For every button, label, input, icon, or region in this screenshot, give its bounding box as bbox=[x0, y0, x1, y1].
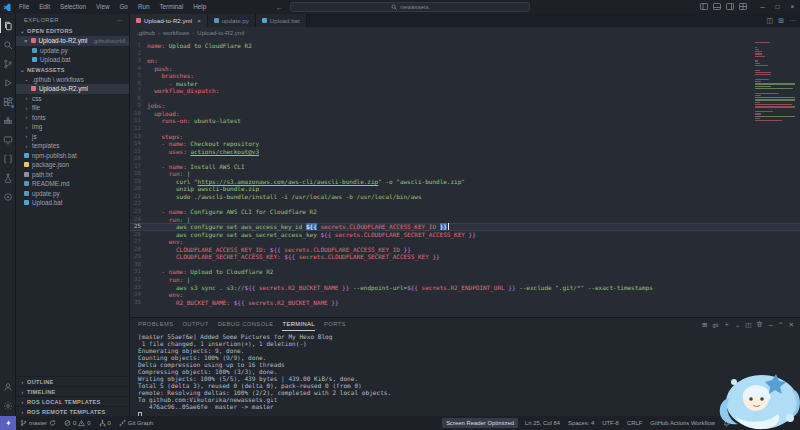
menu-help[interactable]: Help bbox=[188, 0, 211, 14]
tab-update-py[interactable]: update.py bbox=[208, 14, 256, 27]
split-terminal-icon[interactable]: ◫ bbox=[745, 321, 751, 329]
screen-reader-item[interactable]: Screen Reader Optimized bbox=[442, 418, 518, 428]
more-actions-icon[interactable]: ⋯ bbox=[789, 17, 796, 25]
tree-item-js[interactable]: ›js bbox=[16, 132, 129, 142]
git-shell-icon[interactable]: git bbox=[713, 322, 719, 328]
toggle-panel-icon[interactable] bbox=[713, 3, 721, 11]
breadcrumb-upload-to-r2-yml[interactable]: Upload-to-R2.yml bbox=[197, 30, 244, 36]
language-mode[interactable]: GitHub Actions Workflow bbox=[646, 416, 719, 430]
panel-tab-debug-console[interactable]: DEBUG CONSOLE bbox=[218, 318, 274, 331]
tree-item-npm-publish-bat[interactable]: npm-publish.bat bbox=[16, 151, 129, 161]
toggle-secondary-sidebar-icon[interactable] bbox=[726, 3, 734, 11]
fork-item[interactable]: 0 bbox=[95, 416, 115, 430]
menu-terminal[interactable]: Terminal bbox=[154, 0, 188, 14]
tree-item-upload-bat[interactable]: Upload.bat bbox=[16, 198, 129, 208]
problems-item[interactable]: 00 bbox=[60, 416, 95, 430]
new-terminal-icon[interactable]: ＋ bbox=[723, 320, 730, 329]
toggle-layout-icon[interactable]: ⊞ bbox=[778, 17, 784, 25]
code-line-24: 24 run: | bbox=[130, 216, 800, 224]
ros-icon[interactable] bbox=[0, 189, 16, 204]
encoding[interactable]: UTF-8 bbox=[598, 416, 623, 430]
tree-item-img[interactable]: ›img bbox=[16, 122, 129, 132]
close-panel-icon[interactable]: ✕ bbox=[789, 321, 794, 329]
brackets-icon[interactable] bbox=[0, 151, 16, 166]
open-editor-item[interactable]: ×Upload-to-R2.yml.github\workfl... bbox=[16, 36, 129, 46]
panel-tab-terminal[interactable]: TERMINAL bbox=[282, 318, 315, 331]
line-number: 13 bbox=[130, 133, 147, 141]
close-button[interactable]: × bbox=[785, 0, 800, 14]
minimize-button[interactable]: ─ bbox=[755, 0, 770, 14]
source-control-icon[interactable] bbox=[0, 56, 16, 71]
tree-item-css[interactable]: ›css bbox=[16, 94, 129, 104]
open-editor-item[interactable]: update.py bbox=[16, 46, 129, 56]
command-center-search[interactable]: newassets bbox=[290, 2, 530, 12]
section-ros-local-templates[interactable]: ›ROS LOCAL TEMPLATES bbox=[16, 396, 129, 406]
close-tab-icon[interactable]: × bbox=[197, 18, 201, 24]
menu-go[interactable]: Go bbox=[114, 0, 132, 14]
tree-item-path-txt[interactable]: path.txt bbox=[16, 170, 129, 180]
kill-terminal-icon[interactable] bbox=[756, 320, 763, 329]
panel-tab-ports[interactable]: PORTS bbox=[324, 318, 346, 331]
eol[interactable]: CRLF bbox=[623, 416, 646, 430]
panel-tab-output[interactable]: OUTPUT bbox=[182, 318, 208, 331]
section-outline[interactable]: ›OUTLINE bbox=[16, 376, 129, 386]
menu-run[interactable]: Run bbox=[133, 0, 155, 14]
explorer-more-actions-icon[interactable]: ⋯ bbox=[117, 17, 123, 23]
menu-view[interactable]: View bbox=[91, 0, 115, 14]
explorer-icon[interactable] bbox=[0, 18, 16, 33]
close-editor-icon[interactable]: × bbox=[24, 38, 28, 44]
search-icon[interactable] bbox=[0, 37, 16, 52]
remote-explorer-icon[interactable] bbox=[0, 132, 16, 147]
terminal-output[interactable]: [master 55aef6e] Added Some Pictures for… bbox=[130, 331, 800, 416]
menu-edit[interactable]: Edit bbox=[34, 0, 55, 14]
git-graph-item[interactable]: Git Graph bbox=[115, 416, 158, 430]
branch-item[interactable]: master bbox=[16, 416, 60, 430]
tab-upload-to-r2-yml[interactable]: Upload-to-R2.yml× bbox=[130, 14, 208, 27]
tab-upload-bat[interactable]: Upload.bat bbox=[256, 14, 307, 27]
breadcrumb--github[interactable]: .github bbox=[137, 30, 155, 36]
customize-layout-icon[interactable] bbox=[739, 3, 747, 11]
minimap-line bbox=[755, 53, 762, 54]
open-editors-section[interactable]: ⌄OPEN EDITORS bbox=[16, 26, 129, 36]
test-icon[interactable] bbox=[0, 170, 16, 185]
split-editor-icon[interactable]: ◫ bbox=[767, 17, 774, 25]
tree-item-package-json[interactable]: package.json bbox=[16, 160, 129, 170]
terminal-line: 476ac96..05ae6fe master -> master bbox=[138, 403, 800, 410]
toggle-sidebar-icon[interactable] bbox=[700, 3, 708, 11]
section-timeline[interactable]: ›TIMELINE bbox=[16, 386, 129, 396]
code-text: unzip awscli-bundle.zip bbox=[147, 185, 259, 193]
breadcrumb[interactable]: .github›workflows›Upload-to-R2.yml bbox=[130, 27, 800, 39]
panel-tab-problems[interactable]: PROBLEMS bbox=[138, 318, 173, 331]
terminal-dropdown-icon[interactable]: ⌄ bbox=[735, 321, 740, 329]
tree-item-update-py[interactable]: update.py bbox=[16, 189, 129, 199]
workspace-section[interactable]: ⌄NEWASSETS bbox=[16, 65, 129, 75]
maximize-panel-icon[interactable]: ⌃ bbox=[778, 321, 783, 329]
layout-controls[interactable] bbox=[700, 3, 747, 11]
maximize-button[interactable]: □ bbox=[770, 0, 785, 14]
code-editor[interactable]: 1name: Upload to CloudFlare R223on:4 pus… bbox=[130, 39, 800, 317]
tree-item-file[interactable]: ›file bbox=[16, 103, 129, 113]
menu-file[interactable]: File bbox=[14, 0, 34, 14]
section-ros-remote-templates[interactable]: ›ROS REMOTE TEMPLATES bbox=[16, 406, 129, 416]
cursor-position[interactable]: Ln 25, Col 84 bbox=[521, 416, 564, 430]
account-icon[interactable] bbox=[0, 379, 16, 394]
notifications-bell[interactable] bbox=[719, 416, 734, 430]
open-editor-item[interactable]: Upload.bat bbox=[16, 55, 129, 65]
tree-item--github-workflows[interactable]: ⌄.github \ workflows bbox=[16, 75, 129, 85]
settings-icon[interactable] bbox=[0, 398, 16, 413]
docker-icon[interactable] bbox=[0, 113, 16, 128]
tree-item-fonts[interactable]: ›fonts bbox=[16, 113, 129, 123]
extensions-icon[interactable] bbox=[0, 94, 16, 109]
tree-item-templates[interactable]: ›templates bbox=[16, 141, 129, 151]
breadcrumb-workflows[interactable]: workflows bbox=[163, 30, 189, 36]
code-text: - name: Install AWS CLI bbox=[147, 163, 245, 171]
minimize-panel-icon[interactable]: ─ bbox=[768, 321, 773, 328]
terminal-tabs-icon[interactable]: ⊞ bbox=[702, 321, 707, 329]
minimap[interactable] bbox=[755, 42, 797, 122]
tree-item-readme-md[interactable]: README.md bbox=[16, 179, 129, 189]
menu-selection[interactable]: Selection bbox=[55, 0, 91, 14]
indentation[interactable]: Spaces: 4 bbox=[564, 416, 598, 430]
remote-indicator[interactable] bbox=[0, 416, 16, 430]
tree-item-upload-to-r2-yml[interactable]: Upload-to-R2.yml bbox=[16, 84, 129, 94]
run-debug-icon[interactable] bbox=[0, 75, 16, 90]
